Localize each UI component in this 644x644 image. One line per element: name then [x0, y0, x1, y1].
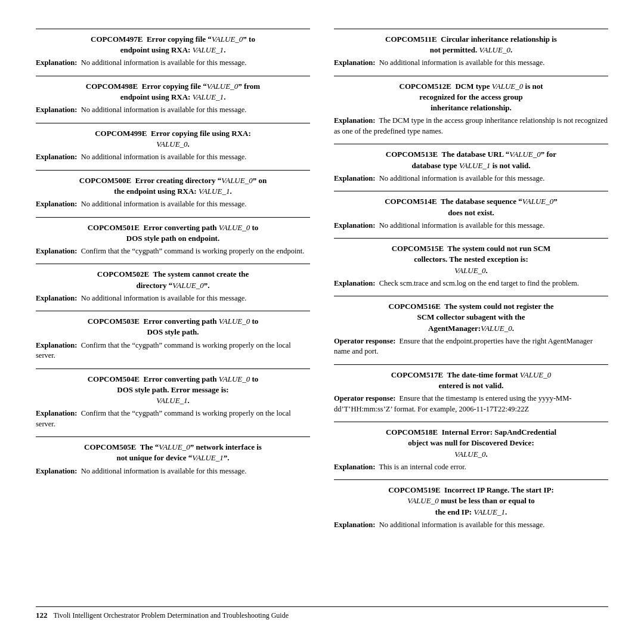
- val-501-0: VALUE_0: [219, 223, 250, 232]
- divider-513: [334, 144, 608, 144]
- val-504-1: VALUE_1: [156, 396, 187, 405]
- entry-title-501: COPCOM501E Error converting path VALUE_0…: [36, 222, 310, 244]
- label-499: Explanation:: [36, 153, 77, 161]
- entry-title-511: COPCOM511E Circular inheritance relation…: [334, 34, 608, 55]
- val-502-0: VALUE_0: [172, 281, 203, 290]
- code-497: COPCOM497E: [91, 35, 143, 44]
- entry-title-498: COPCOM498E Error copying file “VALUE_0” …: [36, 81, 310, 103]
- entry-copcom497e: COPCOM497E Error copying file “VALUE_0” …: [36, 34, 310, 71]
- body-512: Explanation: The DCM type in the access …: [334, 116, 608, 137]
- code-519: COPCOM519E: [388, 485, 440, 494]
- code-518: COPCOM518E: [386, 428, 438, 436]
- code-512: COPCOM512E: [400, 82, 451, 91]
- code-501: COPCOM501E: [88, 223, 140, 232]
- body-515: Explanation: Check scm.trace and scm.log…: [334, 278, 608, 289]
- entry-title-504: COPCOM504E Error converting path VALUE_0…: [36, 374, 310, 407]
- divider-515: [334, 238, 608, 239]
- val-516-0: VALUE_0: [481, 324, 512, 333]
- entry-title-519: COPCOM519E Incorrect IP Range. The start…: [334, 485, 608, 518]
- val-505-0: VALUE_0: [159, 442, 190, 451]
- code-516: COPCOM516E: [389, 302, 441, 311]
- entry-title-512: COPCOM512E DCM type VALUE_0 is notrecogn…: [334, 81, 608, 114]
- val-518-0: VALUE_0: [454, 450, 485, 459]
- code-500: COPCOM500E: [79, 176, 131, 185]
- divider-505: [36, 436, 310, 437]
- entry-copcom499e: COPCOM499E Error copying file using RXA:…: [36, 128, 310, 165]
- label-500: Explanation:: [36, 200, 77, 208]
- val-499-0: VALUE_0: [156, 140, 187, 148]
- code-511: COPCOM511E: [385, 35, 437, 44]
- footer: 122 Tivoli Intelligent Orchestrator Prob…: [36, 606, 608, 620]
- val-513-1: VALUE_1: [459, 161, 490, 170]
- divider-519: [334, 479, 608, 480]
- entry-title-502: COPCOM502E The system cannot create thed…: [36, 269, 310, 290]
- entry-title-497: COPCOM497E Error copying file “VALUE_0” …: [36, 34, 310, 55]
- entry-copcom519e: COPCOM519E Incorrect IP Range. The start…: [334, 485, 608, 532]
- val-512-0: VALUE_0: [492, 82, 523, 91]
- divider-500: [36, 170, 310, 171]
- divider-511: [334, 29, 608, 29]
- divider-512: [334, 76, 608, 76]
- label-502: Explanation:: [36, 294, 77, 302]
- body-516: Operator response: Ensure that the endpo…: [334, 336, 608, 357]
- body-513: Explanation: No additional information i…: [334, 174, 608, 184]
- divider-502: [36, 264, 310, 264]
- divider-498: [36, 76, 310, 76]
- entry-copcom498e: COPCOM498E Error copying file “VALUE_0” …: [36, 81, 310, 118]
- divider-501: [36, 217, 310, 218]
- code-499: COPCOM499E: [95, 129, 147, 138]
- footer-page-number: 122: [36, 611, 48, 620]
- entry-copcom516e: COPCOM516E The system could not register…: [334, 301, 608, 360]
- val-504-0: VALUE_0: [219, 374, 250, 383]
- divider-499: [36, 123, 310, 123]
- val-513-0: VALUE_0: [509, 150, 540, 159]
- entry-copcom518e: COPCOM518E Internal Error: SapAndCredent…: [334, 427, 608, 475]
- page: COPCOM497E Error copying file “VALUE_0” …: [0, 0, 644, 644]
- label-517: Operator response:: [334, 394, 395, 402]
- entry-copcom512e: COPCOM512E DCM type VALUE_0 is notrecogn…: [334, 81, 608, 140]
- body-498: Explanation: No additional information i…: [36, 105, 310, 116]
- divider-518: [334, 422, 608, 422]
- label-511: Explanation:: [334, 58, 375, 67]
- entry-copcom513e: COPCOM513E The database URL “VALUE_0” fo…: [334, 149, 608, 186]
- code-502: COPCOM502E: [97, 270, 149, 278]
- entry-copcom505e: COPCOM505E The “VALUE_0” network interfa…: [36, 442, 310, 479]
- divider-516: [334, 296, 608, 296]
- label-497: Explanation:: [36, 58, 77, 67]
- code-503: COPCOM503E: [88, 317, 140, 326]
- entry-copcom500e: COPCOM500E Error creating directory “VAL…: [36, 175, 310, 212]
- entry-copcom514e: COPCOM514E The database sequence “VALUE_…: [334, 196, 608, 233]
- val-497-0: VALUE_0: [212, 35, 243, 44]
- is-not-512: is not: [525, 82, 543, 91]
- body-502: Explanation: No additional information i…: [36, 293, 310, 304]
- val-505-1: VALUE_1: [192, 453, 223, 462]
- entry-title-518: COPCOM518E Internal Error: SapAndCredent…: [334, 427, 608, 460]
- entry-title-517: COPCOM517E The date-time format VALUE_0e…: [334, 370, 608, 391]
- entry-title-505: COPCOM505E The “VALUE_0” network interfa…: [36, 442, 310, 463]
- not-valid-513: is not valid.: [493, 161, 531, 170]
- body-499: Explanation: No additional information i…: [36, 152, 310, 163]
- val-498-0: VALUE_0: [207, 82, 238, 91]
- entry-copcom504e: COPCOM504E Error converting path VALUE_0…: [36, 374, 310, 432]
- entry-copcom503e: COPCOM503E Error converting path VALUE_0…: [36, 316, 310, 363]
- entry-title-503: COPCOM503E Error converting path VALUE_0…: [36, 316, 310, 338]
- body-514: Explanation: No additional information i…: [334, 221, 608, 231]
- body-517: Operator response: Ensure that the times…: [334, 394, 608, 414]
- entry-title-515: COPCOM515E The system could not run SCMc…: [334, 243, 608, 276]
- entry-copcom511e: COPCOM511E Circular inheritance relation…: [334, 34, 608, 71]
- label-501: Explanation:: [36, 247, 77, 255]
- code-513: COPCOM513E: [386, 150, 438, 159]
- divider-517: [334, 364, 608, 365]
- divider-514: [334, 191, 608, 191]
- label-503: Explanation:: [36, 341, 77, 349]
- code-515: COPCOM515E: [392, 244, 444, 253]
- val-519-0: VALUE_0: [407, 496, 438, 505]
- label-516: Operator response:: [334, 337, 395, 345]
- label-505: Explanation:: [36, 467, 77, 475]
- left-column: COPCOM497E Error copying file “VALUE_0” …: [36, 24, 310, 600]
- body-511: Explanation: No additional information i…: [334, 58, 608, 69]
- entry-title-499: COPCOM499E Error copying file using RXA:…: [36, 128, 310, 150]
- label-504: Explanation:: [36, 409, 77, 417]
- val-503-0: VALUE_0: [219, 317, 250, 326]
- val-514-0: VALUE_0: [522, 197, 553, 206]
